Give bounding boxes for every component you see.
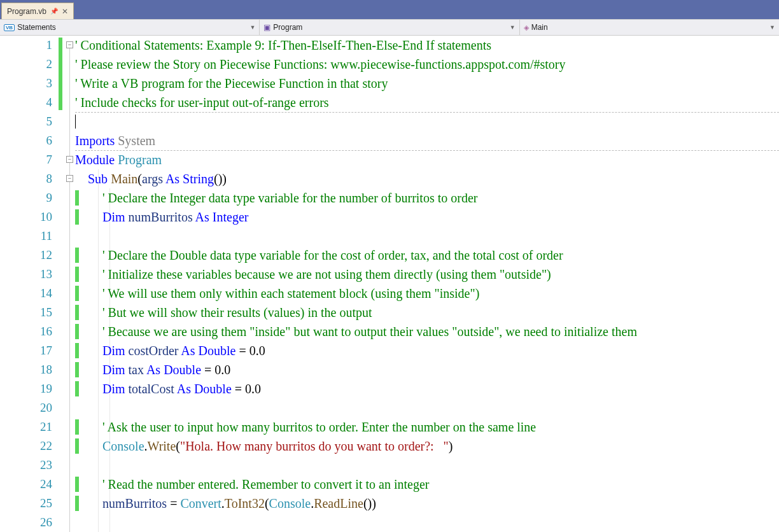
chevron-down-icon: ▼: [769, 24, 775, 31]
code-line[interactable]: [75, 398, 779, 417]
line-number: 2: [0, 55, 52, 74]
module-icon: ▣: [263, 23, 270, 32]
code-line[interactable]: ' Please review the Story on Piecewise F…: [75, 55, 779, 74]
line-number: 9: [0, 188, 52, 207]
line-number: 14: [0, 284, 52, 303]
navigation-bar: VB Statements ▼ ▣ Program ▼ ◈ Main ▼: [0, 19, 779, 36]
line-number: 8: [0, 169, 52, 188]
line-number: 19: [0, 379, 52, 398]
fold-toggle[interactable]: −: [66, 41, 73, 48]
change-track: [57, 36, 66, 532]
code-line[interactable]: Dim totalCost As Double = 0.0: [75, 379, 779, 398]
line-number: 1: [0, 36, 52, 55]
code-line[interactable]: ' Read the number entered. Remember to c…: [75, 475, 779, 494]
code-line[interactable]: ' Write a VB program for the Piecewise F…: [75, 74, 779, 93]
line-number: 10: [0, 207, 52, 227]
fold-toggle[interactable]: −: [66, 175, 73, 182]
code-line[interactable]: ' Initialize these variables because we …: [75, 265, 779, 284]
code-area[interactable]: ' Conditional Statements: Example 9: If-…: [75, 36, 779, 532]
fold-column: − − −: [66, 36, 75, 532]
code-line[interactable]: ' Declare the Integer data type variable…: [75, 188, 779, 207]
code-line[interactable]: [75, 456, 779, 475]
code-line[interactable]: ' We will use them only within each stat…: [75, 284, 779, 303]
line-number: 3: [0, 74, 52, 93]
text-cursor: [75, 115, 76, 129]
chevron-down-icon: ▼: [510, 24, 516, 31]
close-icon[interactable]: ✕: [62, 7, 68, 16]
line-number: 26: [0, 513, 52, 532]
line-number: 15: [0, 303, 52, 322]
pin-icon[interactable]: 📌: [50, 8, 58, 15]
code-line[interactable]: [75, 513, 779, 532]
code-line[interactable]: [75, 227, 779, 246]
nav-module-dropdown[interactable]: ▣ Program ▼: [260, 20, 519, 35]
code-line[interactable]: Dim costOrder As Double = 0.0: [75, 341, 779, 360]
tab-bar: Program.vb 📌 ✕: [0, 0, 779, 19]
file-tab[interactable]: Program.vb 📌 ✕: [1, 3, 74, 19]
code-line[interactable]: numBurritos = Convert.ToInt32(Console.Re…: [75, 494, 779, 513]
code-line[interactable]: ' Ask the user to input how many burrito…: [75, 417, 779, 437]
code-line[interactable]: ' Conditional Statements: Example 9: If-…: [75, 36, 779, 55]
line-number: 24: [0, 475, 52, 494]
code-line[interactable]: Dim tax As Double = 0.0: [75, 360, 779, 379]
change-marker: [59, 38, 62, 110]
nav-scope-label: Statements: [17, 23, 56, 32]
line-number: 21: [0, 417, 52, 437]
line-number: 18: [0, 360, 52, 379]
line-number: 5: [0, 112, 52, 131]
code-line[interactable]: ' Include checks for user-input out-of-r…: [75, 93, 779, 112]
line-number: 11: [0, 227, 52, 246]
line-number: 12: [0, 246, 52, 265]
code-line[interactable]: ' Declare the Double data type variable …: [75, 246, 779, 265]
code-line[interactable]: Dim numBurritos As Integer: [75, 207, 779, 227]
nav-scope-dropdown[interactable]: VB Statements ▼: [0, 20, 260, 35]
line-number: 23: [0, 456, 52, 475]
fold-toggle[interactable]: −: [66, 156, 73, 163]
code-editor[interactable]: 1 2 3 4 5 6 7 8 9 10 11 12 13 14 15 16 1…: [0, 36, 779, 532]
code-line[interactable]: Imports System: [75, 131, 779, 150]
line-number: 7: [0, 150, 52, 169]
code-line[interactable]: [75, 112, 779, 131]
line-number: 6: [0, 131, 52, 150]
code-line[interactable]: ' But we will show their results (values…: [75, 303, 779, 322]
nav-method-label: Main: [531, 23, 548, 32]
code-line[interactable]: Console.Write("Hola. How many burritos d…: [75, 437, 779, 456]
line-number: 20: [0, 398, 52, 417]
code-line[interactable]: Sub Main(args As String()): [75, 169, 779, 188]
line-number-gutter: 1 2 3 4 5 6 7 8 9 10 11 12 13 14 15 16 1…: [0, 36, 57, 532]
line-number: 25: [0, 494, 52, 513]
line-number: 22: [0, 437, 52, 456]
nav-method-dropdown[interactable]: ◈ Main ▼: [520, 20, 779, 35]
fold-guide: [69, 48, 70, 532]
vb-icon: VB: [4, 24, 15, 31]
method-icon: ◈: [524, 24, 529, 32]
tab-filename: Program.vb: [7, 7, 46, 16]
code-line[interactable]: ' Because we are using them "inside" but…: [75, 322, 779, 341]
code-line[interactable]: Module Program: [75, 150, 779, 169]
nav-module-label: Program: [273, 23, 302, 32]
line-number: 4: [0, 93, 52, 112]
line-number: 16: [0, 322, 52, 341]
line-number: 17: [0, 341, 52, 360]
chevron-down-icon: ▼: [249, 24, 255, 31]
line-number: 13: [0, 265, 52, 284]
